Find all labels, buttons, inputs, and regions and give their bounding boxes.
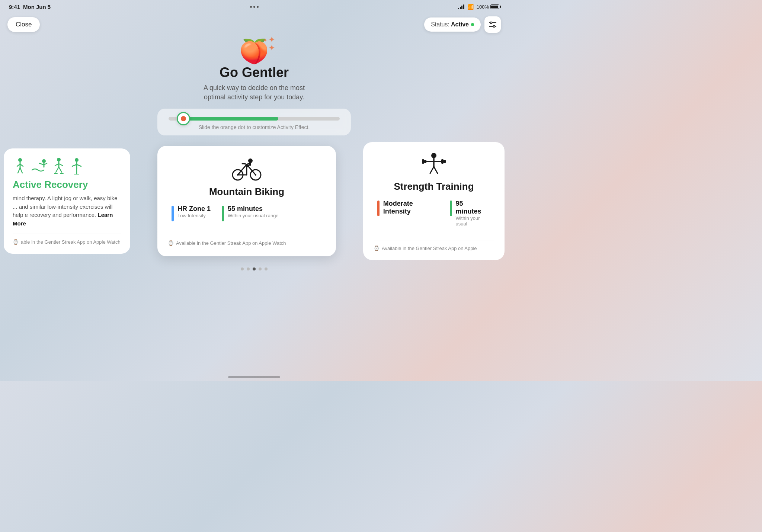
top-controls: Close Status: Active bbox=[0, 13, 508, 36]
sparkle-small-icon: ✦ bbox=[263, 37, 268, 43]
svg-line-51 bbox=[430, 167, 434, 173]
battery-percentage: 100% bbox=[477, 4, 489, 10]
strength-icon-container bbox=[419, 151, 449, 179]
duration-value: 55 minutes bbox=[228, 205, 279, 213]
filter-button[interactable] bbox=[484, 16, 501, 33]
hero-title: Go Gentler bbox=[7, 65, 501, 80]
intensity-value: Moderate Intensity bbox=[383, 200, 439, 215]
card-active-recovery: Active Recovery mind therapy. A light jo… bbox=[4, 148, 130, 254]
page-dot-4[interactable] bbox=[259, 267, 262, 270]
duration-bar bbox=[222, 206, 224, 221]
battery-fill bbox=[491, 6, 498, 8]
svg-point-43 bbox=[431, 153, 436, 158]
page-dot-5[interactable] bbox=[265, 267, 268, 270]
sparkle-icon: ✦✦ bbox=[268, 36, 275, 52]
svg-point-3 bbox=[493, 26, 495, 28]
activity-icons-recovery bbox=[13, 157, 121, 175]
close-button[interactable]: Close bbox=[7, 17, 40, 32]
svg-line-9 bbox=[20, 168, 22, 173]
slider-fill bbox=[179, 117, 278, 121]
active-recovery-watch-text: ⌚ able in the Gentler Streak App on Appl… bbox=[13, 234, 121, 245]
svg-line-12 bbox=[39, 163, 44, 165]
hero-section: 🍑 ✦✦ ✦ Go Gentler A quick way to decide … bbox=[0, 36, 508, 102]
skating-icon bbox=[51, 157, 66, 175]
active-recovery-title: Active Recovery bbox=[13, 179, 121, 190]
duration-metric: 55 minutes Within your usual range bbox=[222, 205, 279, 221]
watch-icon-left: ⌚ bbox=[13, 239, 19, 245]
pagination-dots bbox=[0, 267, 508, 270]
card-strength-training: Strength Training Moderate Intensity 95 … bbox=[363, 142, 505, 260]
card-mountain-biking: Mountain Biking HR Zone 1 Low Intensity … bbox=[157, 146, 336, 256]
right-duration-metric: 95 minutes Within your usual bbox=[450, 200, 490, 227]
strength-training-watch-text: ⌚ Available in the Gentler Streak App on… bbox=[374, 240, 494, 251]
hr-zone-label: Low Intensity bbox=[177, 213, 211, 218]
intensity-metric: Moderate Intensity bbox=[377, 200, 439, 227]
hr-zone-metric: HR Zone 1 Low Intensity bbox=[172, 205, 211, 221]
slider-thumb-dot bbox=[181, 116, 186, 121]
sliders-icon bbox=[489, 22, 496, 28]
hr-zone-value: HR Zone 1 bbox=[177, 205, 211, 213]
status-value-label: Active bbox=[451, 21, 469, 28]
right-duration-bar bbox=[450, 201, 452, 216]
strength-metrics-row: Moderate Intensity 95 minutes Within you… bbox=[374, 200, 494, 227]
svg-rect-47 bbox=[422, 159, 424, 164]
svg-rect-48 bbox=[424, 160, 426, 163]
walking-icon bbox=[13, 157, 28, 175]
watch-icon-center: ⌚ bbox=[168, 240, 174, 246]
active-recovery-description: mind therapy. A light jog or walk, easy … bbox=[13, 194, 121, 228]
hr-zone-bar bbox=[172, 206, 174, 221]
status-icons: 📶 100% bbox=[458, 4, 499, 10]
mountain-biking-title: Mountain Biking bbox=[209, 186, 284, 198]
signal-bar-2 bbox=[460, 7, 461, 9]
dot-3 bbox=[257, 6, 259, 8]
svg-line-24 bbox=[72, 164, 77, 166]
cards-wrapper: Active Recovery mind therapy. A light jo… bbox=[0, 142, 508, 260]
svg-rect-49 bbox=[441, 159, 444, 164]
page-dot-3[interactable] bbox=[253, 267, 256, 270]
dot-1 bbox=[250, 6, 252, 8]
page-dot-2[interactable] bbox=[247, 267, 250, 270]
active-status-dot bbox=[471, 23, 474, 26]
svg-point-1 bbox=[490, 22, 492, 24]
svg-rect-50 bbox=[444, 160, 446, 163]
slider-hint: Slide the orange dot to customize Activi… bbox=[169, 124, 340, 130]
balance-icon bbox=[69, 157, 84, 175]
slider-container: Slide the orange dot to customize Activi… bbox=[157, 109, 351, 135]
duration-label: Within your usual range bbox=[228, 213, 279, 218]
signal-bars bbox=[458, 4, 464, 9]
page-dot-1[interactable] bbox=[241, 267, 244, 270]
status-time: 9:41 bbox=[9, 4, 20, 10]
svg-line-52 bbox=[434, 167, 438, 173]
home-indicator bbox=[228, 376, 280, 378]
battery-container: 100% bbox=[477, 4, 499, 10]
bike-icon bbox=[232, 156, 262, 182]
svg-line-8 bbox=[18, 168, 20, 173]
status-pill: Status: Active bbox=[424, 17, 481, 32]
signal-bar-3 bbox=[461, 6, 462, 9]
battery-icon bbox=[490, 4, 499, 9]
svg-line-25 bbox=[77, 164, 81, 166]
svg-point-40 bbox=[248, 158, 253, 163]
dot-2 bbox=[253, 6, 255, 8]
svg-line-18 bbox=[56, 167, 59, 172]
right-duration-value: 95 minutes bbox=[456, 200, 490, 215]
metrics-row: HR Zone 1 Low Intensity 55 minutes Withi… bbox=[168, 205, 326, 221]
status-dots bbox=[250, 6, 259, 8]
signal-bar-1 bbox=[458, 8, 459, 9]
strength-icon bbox=[419, 151, 449, 177]
watch-icon-right: ⌚ bbox=[374, 246, 380, 251]
swimming-icon bbox=[31, 157, 48, 175]
mountain-biking-watch-text: ⌚ Available in the Gentler Streak App on… bbox=[168, 235, 326, 246]
status-bar: 9:41 Mon Jun 5 📶 100% bbox=[0, 0, 508, 13]
right-duration-label: Within your usual bbox=[456, 215, 490, 227]
strength-training-title: Strength Training bbox=[394, 181, 474, 192]
hero-subtitle: A quick way to decide on the most optima… bbox=[7, 83, 501, 102]
intensity-bar bbox=[377, 201, 380, 216]
wifi-icon: 📶 bbox=[467, 4, 474, 10]
svg-line-19 bbox=[59, 167, 62, 172]
top-right-controls: Status: Active bbox=[424, 16, 501, 33]
bike-icon-container bbox=[232, 156, 262, 184]
slider-thumb[interactable] bbox=[177, 112, 190, 125]
slider-track[interactable] bbox=[169, 117, 340, 121]
signal-bar-4 bbox=[463, 4, 464, 9]
